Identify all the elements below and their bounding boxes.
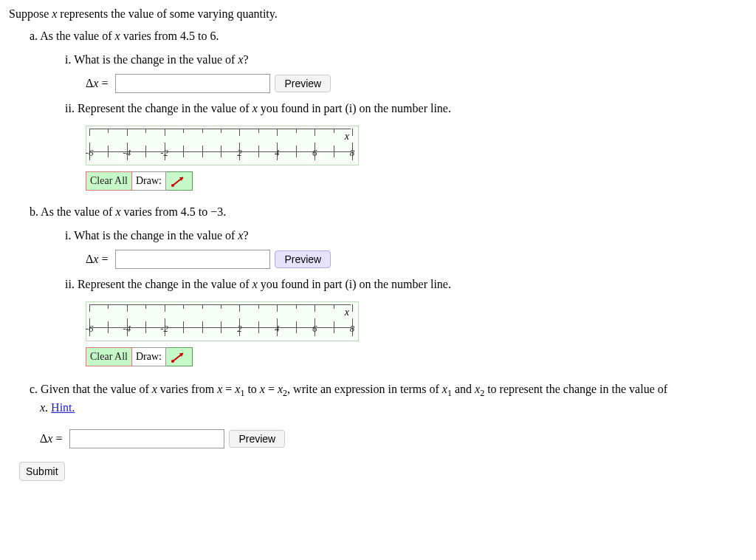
svg-point-5 bbox=[171, 360, 174, 363]
part-b-i: i. What is the change in the value of x? bbox=[65, 229, 249, 242]
arrow-icon bbox=[171, 350, 187, 363]
part-a-ii: ii. Represent the change in the value of… bbox=[65, 102, 451, 115]
problem-intro: Suppose x represents the value of some v… bbox=[9, 7, 747, 21]
part-a-label: a. bbox=[30, 30, 38, 42]
draw-label-b: Draw: bbox=[132, 347, 166, 366]
preview-button-a[interactable]: Preview bbox=[275, 75, 331, 92]
answer-input-b-i[interactable] bbox=[115, 250, 270, 269]
clear-all-button-a[interactable]: Clear All bbox=[86, 171, 132, 191]
preview-button-c[interactable]: Preview bbox=[229, 430, 285, 448]
numberline-a[interactable]: x -6-4-22468 bbox=[86, 126, 359, 165]
part-a: a. As the value of x varies from 4.5 to … bbox=[30, 30, 747, 191]
submit-button[interactable]: Submit bbox=[19, 462, 65, 481]
part-c: c. Given that the value of x varies from… bbox=[30, 381, 738, 448]
delta-x-label-a: Δx = bbox=[86, 77, 108, 90]
preview-button-b[interactable]: Preview bbox=[275, 250, 331, 268]
clear-all-button-b[interactable]: Clear All bbox=[86, 347, 132, 366]
axis-label-b: x bbox=[345, 307, 349, 318]
svg-point-2 bbox=[171, 184, 174, 187]
part-a-i: i. What is the change in the value of x? bbox=[65, 53, 249, 66]
arrow-icon bbox=[171, 174, 187, 188]
axis-label-a: x bbox=[345, 131, 349, 143]
part-b-ii: ii. Represent the change in the value of… bbox=[65, 278, 451, 290]
answer-input-c[interactable] bbox=[69, 429, 224, 448]
delta-x-label-c: Δx = bbox=[40, 431, 62, 447]
draw-arrow-tool-a[interactable] bbox=[166, 171, 193, 191]
answer-input-a-i[interactable] bbox=[115, 74, 270, 93]
part-b-label: b. bbox=[30, 205, 38, 218]
numberline-b[interactable]: x -6-4-22468 bbox=[86, 301, 359, 341]
part-b: b. As the value of x varies from 4.5 to … bbox=[30, 205, 747, 366]
hint-link[interactable]: Hint. bbox=[51, 401, 75, 414]
delta-x-label-b: Δx = bbox=[86, 253, 108, 266]
draw-arrow-tool-b[interactable] bbox=[166, 347, 193, 366]
draw-label-a: Draw: bbox=[132, 171, 166, 191]
